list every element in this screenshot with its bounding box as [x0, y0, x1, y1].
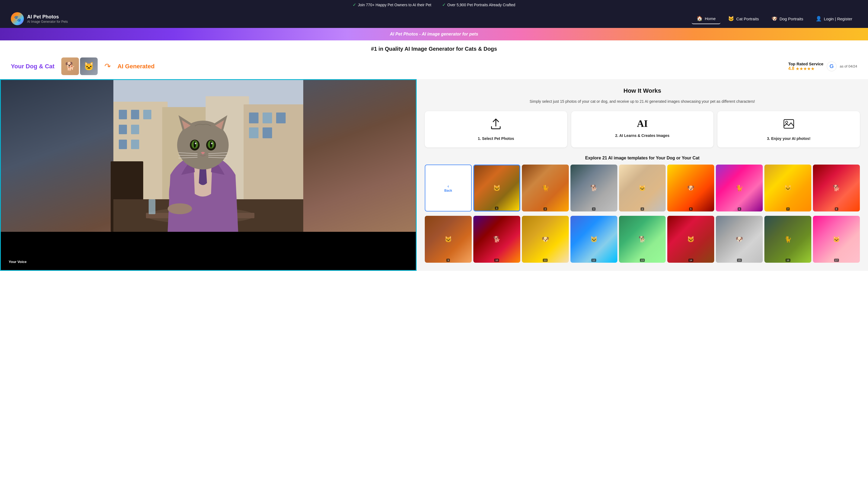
step-2-label: 2. AI Learns & Creates Images — [575, 133, 710, 138]
nav-cat-portraits[interactable]: 🐱 Cat Portraits — [723, 13, 764, 24]
cat-scene-svg — [1, 80, 416, 232]
svg-rect-7 — [131, 110, 139, 119]
header: 🐾 AI Pet Photos AI Image Generator for P… — [0, 9, 868, 28]
template-16-emoji: 🐈 — [784, 236, 792, 243]
cat-icon: 🐱 — [728, 16, 734, 22]
dog-photo: 🐕 — [61, 58, 79, 75]
rating-stars: ★★★★★ — [796, 66, 814, 71]
top-rated-section: Top Rated Service 4.8 ★★★★★ G as of 04/2… — [788, 62, 857, 71]
template-9-emoji: 🐱 — [444, 236, 452, 243]
svg-point-29 — [194, 141, 196, 148]
template-13-emoji: 🐕 — [639, 236, 646, 243]
your-pet-label: Your Dog & Cat — [11, 63, 55, 70]
template-8[interactable]: 🐕 8 — [813, 165, 860, 212]
announcement-right: ✓ Over 5,900 Pet Portraits Already Craft… — [442, 2, 516, 7]
check-icon-right: ✓ — [442, 2, 446, 7]
rating-row: 4.8 ★★★★★ — [788, 66, 824, 71]
ai-icon: AI — [575, 118, 710, 129]
template-15[interactable]: 🐶 15 — [716, 216, 763, 263]
template-4-emoji: 🐱 — [639, 185, 646, 192]
image-icon — [721, 118, 856, 132]
svg-rect-17 — [262, 127, 272, 138]
steps-row: 1. Select Pet Photos AI 2. AI Learns & C… — [425, 111, 860, 148]
pet-photos: 🐕 🐱 — [61, 58, 98, 75]
svg-rect-16 — [249, 127, 258, 138]
svg-point-39 — [167, 203, 192, 214]
how-description: Simply select just 15 photos of your cat… — [425, 98, 860, 104]
template-7[interactable]: 🐱 7 — [764, 165, 811, 212]
logo-text: AI Pet Photos AI Image Generator for Pet… — [27, 14, 68, 24]
svg-rect-9 — [119, 125, 127, 134]
svg-rect-10 — [131, 125, 139, 134]
svg-rect-22 — [149, 199, 155, 214]
hero-title: #1 in Quality AI Image Generator for Cat… — [0, 40, 868, 58]
rating-number: 4.8 — [788, 66, 794, 71]
template-15-emoji: 🐶 — [736, 236, 743, 243]
template-1-emoji: 🐱 — [493, 185, 500, 192]
template-17-emoji: 🐱 — [833, 236, 840, 243]
template-12[interactable]: 🐱 12 — [570, 216, 617, 263]
template-12-emoji: 🐱 — [590, 236, 597, 243]
templates-row-1: ‹ Back 🐱 1 🐈 2 🐕 3 🐱 4 🐶 5 — [425, 165, 860, 212]
template-11[interactable]: 🐶 11 — [522, 216, 569, 263]
template-16[interactable]: 🐈 16 — [764, 216, 811, 263]
template-6-emoji: 🐈 — [736, 185, 743, 192]
nav-login-register[interactable]: 👤 Login | Register — [811, 13, 857, 24]
your-voice-badge: Your Voice — [5, 258, 30, 266]
logo-area: 🐾 AI Pet Photos AI Image Generator for P… — [11, 12, 68, 25]
template-4[interactable]: 🐱 4 — [619, 165, 666, 212]
svg-rect-11 — [119, 140, 127, 149]
template-14[interactable]: 🐱 14 — [667, 216, 714, 263]
nav-home[interactable]: 🏠 Home — [692, 13, 720, 24]
app-name: AI Pet Photos — [27, 14, 68, 20]
template-10-emoji: 🐕 — [493, 236, 500, 243]
gradient-banner: AI Pet Photos - AI image generator for p… — [0, 28, 868, 40]
svg-point-31 — [195, 142, 196, 144]
explore-title: Explore 21 AI image templates for Your D… — [425, 156, 860, 161]
template-1[interactable]: 🐱 1 — [473, 165, 520, 212]
step-2-card: AI 2. AI Learns & Creates Images — [571, 111, 714, 148]
template-2-emoji: 🐈 — [542, 185, 549, 192]
home-icon: 🏠 — [696, 15, 703, 22]
top-rated-title: Top Rated Service — [788, 62, 824, 66]
svg-rect-14 — [262, 112, 272, 123]
template-13[interactable]: 🐕 13 — [619, 216, 666, 263]
template-10[interactable]: 🐕 10 — [473, 216, 520, 263]
upload-icon — [429, 118, 563, 132]
main-content: Your Voice How It Works Simply select ju… — [0, 79, 868, 271]
svg-rect-8 — [143, 110, 151, 119]
back-button[interactable]: ‹ Back — [425, 165, 472, 212]
template-2[interactable]: 🐈 2 — [522, 165, 569, 212]
template-6[interactable]: 🐈 6 — [716, 165, 763, 212]
logo-icon: 🐾 — [11, 12, 24, 25]
template-5[interactable]: 🐶 5 — [667, 165, 714, 212]
svg-rect-15 — [276, 112, 286, 123]
template-5-emoji: 🐶 — [687, 185, 694, 192]
template-3-emoji: 🐕 — [590, 185, 597, 192]
svg-point-32 — [211, 142, 213, 144]
check-icon-left: ✓ — [352, 2, 356, 7]
image-showcase: Your Voice — [0, 79, 416, 271]
cat-photo: 🐱 — [80, 58, 98, 75]
svg-point-41 — [785, 121, 788, 123]
svg-rect-12 — [131, 140, 139, 149]
template-8-emoji: 🐕 — [833, 185, 840, 192]
step-1-card: 1. Select Pet Photos — [425, 111, 567, 148]
nav-dog-portraits[interactable]: 🐶 Dog Portraits — [767, 13, 808, 24]
how-it-works-title: How It Works — [425, 87, 860, 94]
google-logo: G — [827, 62, 837, 71]
template-9[interactable]: 🐱 9 — [425, 216, 472, 263]
main-nav: 🏠 Home 🐱 Cat Portraits 🐶 Dog Portraits 👤… — [692, 13, 857, 24]
svg-point-30 — [210, 141, 212, 148]
app-subtitle: AI Image Generator for Pets — [27, 20, 68, 24]
template-14-emoji: 🐱 — [687, 236, 694, 243]
template-11-emoji: 🐶 — [542, 236, 549, 243]
transformation-row: Your Dog & Cat 🐕 🐱 ↷ AI Generated Top Ra… — [0, 58, 868, 79]
step-1-label: 1. Select Pet Photos — [429, 136, 563, 141]
as-of-text: as of 04/24 — [840, 64, 857, 68]
showcase-image — [1, 80, 416, 232]
user-icon: 👤 — [816, 16, 822, 22]
template-3[interactable]: 🐕 3 — [570, 165, 617, 212]
template-7-emoji: 🐱 — [784, 185, 792, 192]
template-17[interactable]: 🐱 17 — [813, 216, 860, 263]
